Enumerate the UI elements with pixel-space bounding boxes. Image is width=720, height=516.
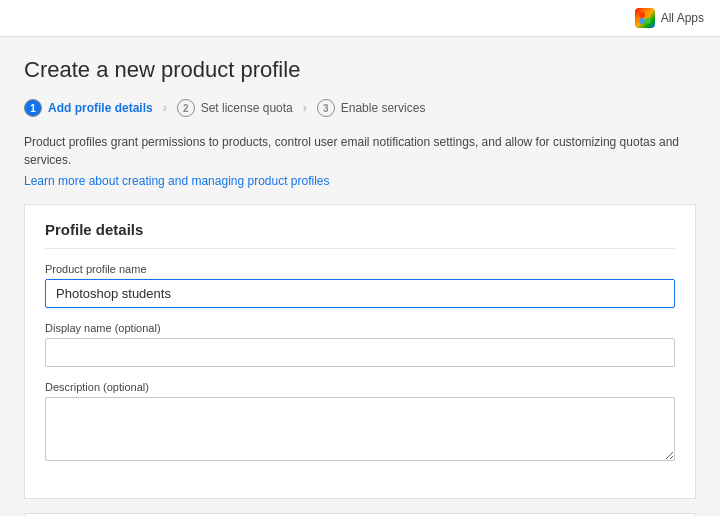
main-container: Create a new product profile 1 Add profi…	[0, 37, 720, 516]
svg-point-0	[639, 12, 645, 18]
steps-bar: 1 Add profile details › 2 Set license qu…	[24, 99, 696, 117]
description-textarea[interactable]	[45, 397, 675, 461]
step-sep-2: ›	[303, 101, 307, 115]
all-apps-label: All Apps	[661, 11, 704, 25]
step-2-num: 2	[177, 99, 195, 117]
all-apps-badge: All Apps	[635, 8, 704, 28]
description-text: Product profiles grant permissions to pr…	[24, 133, 696, 169]
display-name-group: Display name (optional)	[45, 322, 675, 367]
profile-name-label: Product profile name	[45, 263, 675, 275]
page-title: Create a new product profile	[24, 57, 696, 83]
step-3-num: 3	[317, 99, 335, 117]
profile-details-section: Profile details Product profile name Dis…	[24, 204, 696, 499]
profile-name-input[interactable]	[45, 279, 675, 308]
step-1: 1 Add profile details	[24, 99, 153, 117]
step-sep-1: ›	[163, 101, 167, 115]
svg-point-1	[645, 12, 651, 18]
learn-more-link[interactable]: Learn more about creating and managing p…	[24, 174, 330, 188]
step-2-label: Set license quota	[201, 101, 293, 115]
svg-point-2	[639, 18, 645, 24]
step-3-label: Enable services	[341, 101, 426, 115]
step-3: 3 Enable services	[317, 99, 426, 117]
all-apps-icon	[635, 8, 655, 28]
profile-name-group: Product profile name	[45, 263, 675, 308]
display-name-label: Display name (optional)	[45, 322, 675, 334]
description-label: Description (optional)	[45, 381, 675, 393]
display-name-input[interactable]	[45, 338, 675, 367]
svg-point-3	[645, 18, 651, 24]
step-1-num: 1	[24, 99, 42, 117]
profile-details-title: Profile details	[45, 221, 675, 249]
description-group: Description (optional)	[45, 381, 675, 464]
top-bar: All Apps	[0, 0, 720, 37]
step-2: 2 Set license quota	[177, 99, 293, 117]
step-1-label: Add profile details	[48, 101, 153, 115]
